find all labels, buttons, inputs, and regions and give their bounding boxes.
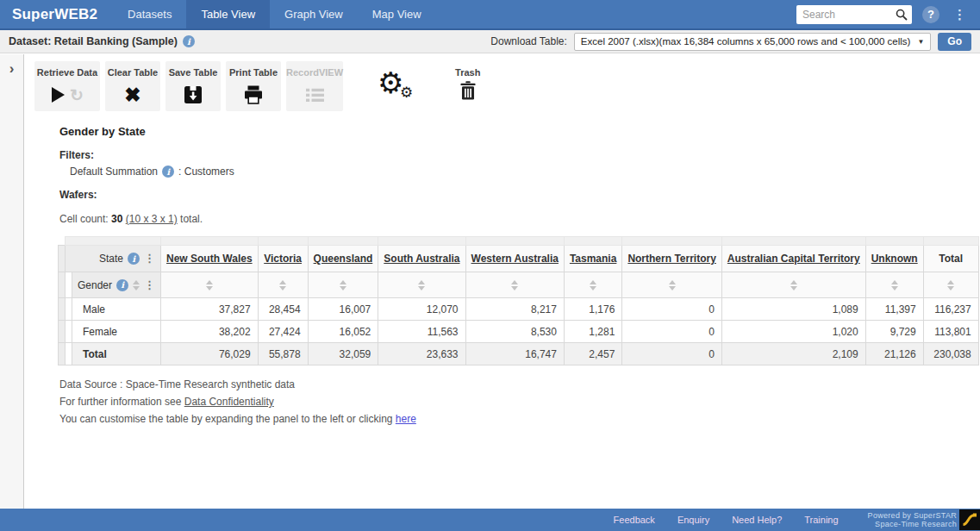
column-header[interactable]: Australian Capital Territory — [721, 246, 865, 272]
save-table-button[interactable]: Save Table — [165, 61, 221, 111]
data-cell: 12,070 — [378, 298, 465, 321]
row-gutter — [59, 246, 66, 272]
trash-button[interactable]: Trash — [455, 67, 480, 103]
column-header-label[interactable]: Northern Territory — [627, 253, 715, 265]
row-gutter — [59, 343, 66, 365]
sort-icon[interactable] — [418, 280, 425, 290]
column-sort-cell[interactable] — [258, 272, 308, 298]
column-sort-cell[interactable] — [923, 272, 978, 298]
column-header-label[interactable]: Queensland — [314, 253, 373, 265]
column-header[interactable]: Tasmania — [564, 246, 621, 272]
column-header[interactable]: Western Australia — [465, 246, 564, 272]
gender-info-icon[interactable]: i — [116, 279, 128, 291]
sort-icon[interactable] — [340, 280, 346, 290]
data-cell: 8,217 — [465, 298, 564, 321]
column-header[interactable]: Queensland — [308, 246, 378, 272]
recordview-button[interactable]: RecordVIEW — [286, 61, 343, 111]
column-sort-cell[interactable] — [378, 272, 465, 298]
gender-menu-icon[interactable]: ⋮ — [144, 280, 155, 290]
expand-panel-icon[interactable]: › — [0, 61, 23, 77]
column-sort-cell[interactable] — [721, 272, 865, 298]
column-header[interactable]: South Australia — [378, 246, 465, 272]
column-sort-cell[interactable] — [622, 272, 721, 298]
footer-feedback-link[interactable]: Feedback — [614, 515, 655, 525]
state-menu-icon[interactable]: ⋮ — [144, 253, 155, 264]
row-gutter — [59, 321, 66, 343]
sort-icon[interactable] — [790, 280, 797, 290]
column-sort-cell[interactable] — [308, 272, 378, 298]
data-cell: 32,059 — [308, 343, 378, 365]
column-header-label[interactable]: Tasmania — [570, 253, 616, 265]
nav-graph-view[interactable]: Graph View — [270, 0, 358, 28]
clear-table-button[interactable]: Clear Table ✖ — [105, 61, 160, 111]
nav-map-view[interactable]: Map View — [358, 0, 436, 28]
print-table-button[interactable]: Print Table — [226, 61, 281, 111]
wafer-strip — [923, 237, 978, 246]
help-icon[interactable]: ? — [922, 6, 939, 23]
column-header-label[interactable]: Unknown — [871, 253, 918, 265]
column-sort-cell[interactable] — [161, 272, 259, 298]
wafer-strip — [564, 237, 621, 246]
row-gutter — [66, 343, 72, 365]
sort-icon[interactable] — [891, 280, 898, 290]
cell-count-link[interactable]: (10 x 3 x 1) — [126, 213, 178, 225]
wafers-heading: Wafers: — [59, 189, 980, 201]
sort-icon[interactable] — [133, 280, 140, 290]
footer-enquiry-link[interactable]: Enquiry — [677, 515, 709, 525]
column-header-label[interactable]: New South Wales — [166, 253, 253, 265]
filter-item: Default Summation i : Customers — [70, 166, 980, 178]
state-info-icon[interactable]: i — [128, 253, 140, 265]
navbar-right: ? ⋮ — [796, 0, 980, 28]
wafer-strip — [258, 237, 308, 246]
go-button[interactable]: Go — [938, 33, 971, 51]
table-notes: Data Source : Space-Time Research synthe… — [59, 378, 980, 425]
download-format-select[interactable]: Excel 2007 (.xlsx)(max 16,384 columns x … — [574, 33, 932, 51]
column-header[interactable]: New South Wales — [161, 246, 259, 272]
sort-icon[interactable] — [279, 280, 286, 290]
column-header-label[interactable]: Total — [939, 253, 963, 265]
column-header[interactable]: Total — [923, 246, 978, 272]
filter-info-icon[interactable]: i — [162, 166, 174, 178]
table-options-button[interactable]: ⚙ ⚙ — [378, 72, 415, 109]
column-header-label[interactable]: Victoria — [264, 253, 302, 265]
data-cell: 1,020 — [721, 321, 865, 343]
search-input[interactable] — [796, 9, 891, 21]
dataset-title: Dataset: Retail Banking (Sample) i — [9, 35, 195, 47]
data-confidentiality-link[interactable]: Data Confidentiality — [184, 396, 274, 408]
overflow-menu-icon[interactable]: ⋮ — [950, 7, 970, 22]
refresh-icon: ↻ — [70, 87, 84, 103]
column-header-label[interactable]: Australian Capital Territory — [727, 253, 860, 265]
column-header[interactable]: Unknown — [865, 246, 923, 272]
filters-heading: Filters: — [59, 149, 980, 161]
table-row: Female38,20227,42416,05211,5638,5301,281… — [59, 321, 979, 343]
app-logo: SuperWEB2 — [0, 0, 113, 28]
data-cell: 16,052 — [308, 321, 378, 343]
customise-here-link[interactable]: here — [396, 413, 416, 425]
column-header-label[interactable]: South Australia — [384, 253, 459, 265]
sort-icon[interactable] — [511, 280, 518, 290]
column-sort-cell[interactable] — [465, 272, 564, 298]
dataset-info-icon[interactable]: i — [183, 35, 195, 47]
cell-count-value: 30 — [111, 213, 122, 225]
nav-table-view[interactable]: Table View — [186, 0, 270, 28]
sort-icon[interactable] — [669, 280, 676, 290]
select-caret-icon: ▼ — [917, 38, 924, 46]
column-header[interactable]: Victoria — [258, 246, 308, 272]
row-gutter — [59, 298, 66, 321]
column-sort-cell[interactable] — [564, 272, 621, 298]
data-cell: 0 — [622, 321, 721, 343]
footer-training-link[interactable]: Training — [804, 515, 838, 525]
column-header[interactable]: Northern Territory — [622, 246, 721, 272]
column-sort-cell[interactable] — [865, 272, 923, 298]
col-axis-label: State — [99, 253, 123, 265]
footer-need-help-link[interactable]: Need Help? — [732, 515, 782, 525]
search-icon[interactable] — [891, 5, 912, 24]
retrieve-data-button[interactable]: Retrieve Data ↻ — [34, 61, 100, 111]
dataset-bar: Dataset: Retail Banking (Sample) i Downl… — [0, 30, 980, 53]
sort-icon[interactable] — [947, 280, 954, 290]
clear-table-label: Clear Table — [105, 67, 160, 78]
sort-icon[interactable] — [206, 280, 213, 290]
sort-icon[interactable] — [590, 280, 596, 290]
nav-datasets[interactable]: Datasets — [113, 0, 186, 28]
column-header-label[interactable]: Western Australia — [471, 253, 559, 265]
